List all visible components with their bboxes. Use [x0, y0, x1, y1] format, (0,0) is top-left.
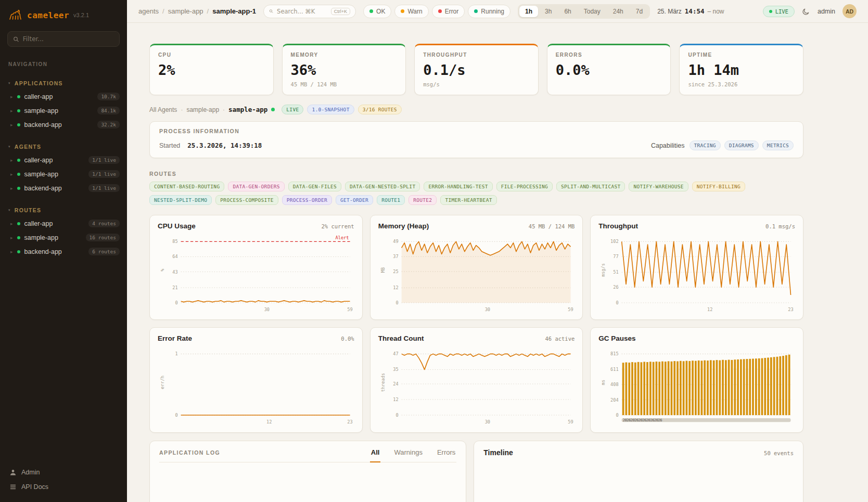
camel-logo-icon [8, 8, 23, 22]
log-tab-warnings[interactable]: Warnings [393, 448, 423, 462]
date-label: 25. März [657, 8, 682, 15]
svg-text:25: 25 [393, 269, 398, 274]
sidebar-item-label: caller-app [24, 93, 53, 100]
capabilities-list: TRACINGDIAGRAMSMETRICS [690, 140, 794, 150]
range-until-label: – now [707, 8, 724, 15]
sidebar-item-backend-app[interactable]: ▸backend-app32.2k [0, 118, 127, 132]
global-search[interactable]: Ctrl+K [263, 5, 356, 18]
sidebar-item-label: sample-app [24, 107, 58, 114]
route-badge-error-handling-test[interactable]: ERROR-HANDLING-TEST [424, 182, 492, 191]
status-dot-icon [17, 109, 20, 112]
agent-badge-3-16-routes: 3/16 ROUTES [358, 105, 402, 114]
svg-text:err/h: err/h [160, 376, 165, 390]
route-badge-data-gen-orders[interactable]: DATA-GEN-ORDERS [228, 182, 284, 191]
route-badge-process-order[interactable]: PROCESS-ORDER [282, 195, 332, 205]
route-badge-get-order[interactable]: GET-ORDER [336, 195, 373, 205]
agent-breadcrumb-item[interactable]: sample-app [228, 106, 267, 113]
filter-input[interactable] [23, 35, 114, 43]
svg-text:Alert: Alert [336, 235, 349, 240]
svg-text:0: 0 [616, 413, 619, 418]
time-range-7d[interactable]: 7d [630, 6, 648, 17]
route-badge-notify-billing[interactable]: NOTIFY-BILLING [692, 182, 745, 191]
status-dot-icon [17, 159, 20, 162]
sidebar-filter[interactable] [7, 31, 120, 47]
log-tab-errors[interactable]: Errors [436, 448, 456, 462]
stat-card-uptime: UPTIME1h 14msince 25.3.2026 [679, 44, 803, 95]
dark-mode-toggle[interactable] [802, 7, 810, 16]
time-range-3h[interactable]: 3h [539, 6, 557, 17]
chart-title: Error Rate [158, 334, 192, 342]
route-badge-timer-heartbeat[interactable]: TIMER-HEARTBEAT [440, 195, 496, 205]
time-range-6h[interactable]: 6h [558, 6, 577, 17]
status-filter-warn[interactable]: Warn [394, 5, 428, 18]
breadcrumb-item[interactable]: sample-app-1 [212, 7, 256, 15]
chevron-right-icon: ▸ [10, 172, 13, 177]
sidebar-section-applications: ▾APPLICATIONS▸caller-app10.7k▸sample-app… [0, 79, 127, 132]
sidebar-section-header[interactable]: ▾AGENTS [0, 142, 127, 153]
route-badge-file-processing[interactable]: FILE-PROCESSING [496, 182, 553, 191]
date-range[interactable]: 25. März 14:54 – now [657, 7, 724, 15]
svg-text:204: 204 [610, 397, 619, 403]
chart-current-value: 0.1 msg/s [765, 223, 795, 229]
chevron-right-icon: ▸ [10, 221, 13, 226]
sidebar-item-label: backend-app [24, 121, 62, 128]
route-badge-data-gen-files[interactable]: DATA-GEN-FILES [288, 182, 341, 191]
sidebar-item-sample-app[interactable]: ▸sample-app84.1k [0, 104, 127, 118]
status-filter-label: Running [481, 8, 504, 15]
timeline-card: Timeline 50 events [474, 441, 803, 502]
sidebar-item-api-docs[interactable]: API Docs [9, 483, 118, 491]
sidebar-item-backend-app[interactable]: ▸backend-app1/1 live [0, 181, 127, 195]
svg-text:ms: ms [601, 380, 606, 385]
sidebar-item-label: caller-app [24, 157, 53, 164]
route-badge-route1[interactable]: ROUTE1 [377, 195, 405, 205]
time-range-today[interactable]: Today [578, 6, 606, 17]
time-range-24h[interactable]: 24h [607, 6, 629, 17]
stat-sub: msg/s [423, 81, 530, 87]
chart-title: Memory (Heap) [378, 222, 429, 230]
sidebar-section-agents: ▾AGENTS▸caller-app1/1 live▸sample-app1/1… [0, 142, 127, 195]
agent-breadcrumb-item[interactable]: sample-app [186, 106, 219, 113]
sidebar-section-header[interactable]: ▾ROUTES [0, 205, 127, 216]
agent-badge-live: LIVE [282, 105, 303, 114]
route-badge-split-and-multicast[interactable]: SPLIT-AND-MULTICAST [556, 182, 625, 191]
avatar[interactable]: AD [843, 4, 857, 18]
status-dot-icon [17, 236, 20, 239]
route-badge-process-composite[interactable]: PROCESS-COMPOSITE [215, 195, 278, 205]
sidebar-section-title: APPLICATIONS [15, 80, 63, 86]
breadcrumb-item[interactable]: sample-app [168, 7, 203, 15]
chart-title: GC Pauses [598, 334, 635, 342]
sidebar-item-caller-app[interactable]: ▸caller-app10.7k [0, 89, 127, 104]
route-badge-notify-warehouse[interactable]: NOTIFY-WAREHOUSE [629, 182, 688, 191]
sidebar-item-admin[interactable]: Admin [9, 469, 118, 476]
status-filter-error[interactable]: Error [432, 5, 465, 18]
status-filter-ok[interactable]: OK [363, 5, 391, 18]
live-toggle[interactable]: LIVE [763, 6, 795, 17]
sidebar-item-sample-app[interactable]: ▸sample-app16 routes [0, 230, 127, 244]
sidebar-item-backend-app[interactable]: ▸backend-app6 routes [0, 244, 127, 259]
chevron-right-icon: ▸ [10, 122, 13, 127]
agent-breadcrumb-item[interactable]: All Agents [149, 106, 177, 113]
log-tab-all[interactable]: All [370, 448, 381, 462]
charts-grid: CPU Usage 2% current 021436485%3059Alert… [149, 215, 803, 433]
agent-badge-1-0-snapshot: 1.0-SNAPSHOT [307, 105, 354, 114]
breadcrumb-item[interactable]: agents [138, 7, 159, 15]
sidebar-item-caller-app[interactable]: ▸caller-app1/1 live [0, 153, 127, 167]
sidebar-footer: Admin API Docs [0, 461, 127, 502]
svg-text:MB: MB [380, 267, 386, 273]
search-input[interactable] [277, 8, 327, 15]
sidebar-section-header[interactable]: ▾APPLICATIONS [0, 79, 127, 89]
route-badge-content-based-routing[interactable]: CONTENT-BASED-ROUTING [149, 182, 224, 191]
route-badge-nested-split-demo[interactable]: NESTED-SPLIT-DEMO [149, 195, 212, 205]
route-badge-route2[interactable]: ROUTE2 [409, 195, 437, 205]
sidebar-item-sample-app[interactable]: ▸sample-app1/1 live [0, 167, 127, 181]
status-filter-running[interactable]: Running [468, 5, 510, 18]
svg-text:59: 59 [568, 420, 573, 425]
chart-card-memory-heap-: Memory (Heap) 45 MB / 124 MB 012253749MB… [370, 215, 583, 320]
chart-plot: 0265177102msg/s1223 [598, 232, 795, 315]
time-label: 14:54 [685, 7, 705, 15]
svg-text:37: 37 [393, 254, 398, 259]
time-range-1h[interactable]: 1h [519, 6, 538, 17]
sidebar-item-caller-app[interactable]: ▸caller-app4 routes [0, 216, 127, 230]
sidebar-item-label: caller-app [24, 220, 53, 227]
route-badge-data-gen-nested-split[interactable]: DATA-GEN-NESTED-SPLIT [345, 182, 420, 191]
